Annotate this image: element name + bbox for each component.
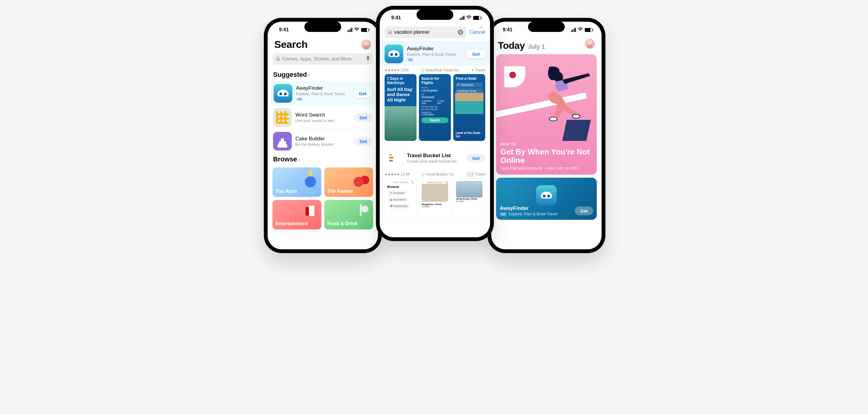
get-button[interactable]: Get <box>354 137 373 146</box>
status-time: 9:41 <box>279 27 289 33</box>
status-time: 9:41 <box>503 27 513 33</box>
date-label: July 1 <box>528 43 545 50</box>
today-ad-banner[interactable]: AwayFinder AdExplore, Plan & Book Travel… <box>496 178 597 220</box>
search-icon <box>276 57 280 61</box>
cellular-icon <box>460 16 465 20</box>
notch <box>304 22 341 32</box>
status-time: 9:41 <box>391 15 401 21</box>
screenshot-2[interactable]: Search for Flights FROM Los Angeles TO D… <box>419 74 451 141</box>
get-button[interactable]: Get <box>575 207 593 215</box>
search-icon <box>388 30 393 35</box>
get-button[interactable]: Get <box>353 89 372 98</box>
suggested-app-wordsearch[interactable]: Word Search Use your words to win. Get <box>268 106 378 129</box>
app-icon-awayfinder <box>274 84 292 103</box>
chevron-right-icon: › <box>298 156 300 163</box>
result-travelbucket[interactable]: Travel Bucket List Create your travel bu… <box>380 144 490 170</box>
chevron-right-icon: › <box>308 71 310 78</box>
search-input[interactable]: vacation planner ✕ <box>384 27 466 38</box>
today-hero-card[interactable]: HOW TO Get By When You're Not Online App… <box>496 54 597 175</box>
account-avatar[interactable] <box>361 39 371 50</box>
wifi-icon <box>466 15 471 21</box>
mic-icon[interactable] <box>366 56 370 62</box>
wifi-icon <box>354 27 359 33</box>
ad-badge: Ad <box>407 58 414 62</box>
app-icon-travelbucket <box>384 149 403 167</box>
get-button[interactable]: Get <box>467 50 485 59</box>
screenshot-3[interactable]: Find a Hotel 🔍 Seminyak Kamboja House La… <box>453 74 485 141</box>
suggested-app-cakebuilder[interactable]: Cake Builder Be the Bakery Master! Get <box>268 130 378 153</box>
screenshot2-3[interactable]: + Hong Kong, China Activities <box>453 178 485 217</box>
wifi-icon <box>578 27 583 33</box>
suggested-app-awayfinder[interactable]: AwayFinder Explore, Plan & Book Travel A… <box>271 81 375 106</box>
svg-point-1 <box>550 117 557 121</box>
app-icon-cakebuilder <box>273 132 292 150</box>
screenshot2-1[interactable]: ←Travel Bucket🔍 Browse ☀ Sunshine ⛰ Moun… <box>384 178 416 217</box>
cellular-icon <box>347 28 352 32</box>
get-button[interactable]: Get <box>467 154 485 163</box>
get-button[interactable]: Get <box>354 113 373 122</box>
browse-heading[interactable]: Browse › <box>268 153 378 166</box>
account-avatar[interactable] <box>585 39 595 49</box>
page-title: Search <box>274 39 307 50</box>
ad-badge: Ad <box>296 97 303 101</box>
battery-icon <box>585 28 592 32</box>
star-rating: ★★★★★ <box>384 68 400 72</box>
browse-tile-top-apps[interactable]: Top Apps <box>273 167 321 197</box>
search-query: vacation planner <box>394 30 456 35</box>
suggested-heading[interactable]: Suggested › <box>268 68 378 81</box>
phone-search: 9:41 Search Games, Apps, Stories, and Mo… <box>264 18 381 253</box>
notch <box>528 22 565 32</box>
svg-point-2 <box>572 114 580 118</box>
browse-tile-food-drink[interactable]: Food & Drink <box>324 200 373 230</box>
result-meta: ★★★★★ 125K ▢ GlobalHub Travel Inc. ✈ Tra… <box>380 66 490 74</box>
search-input[interactable]: Games, Apps, Stories, and More <box>273 53 373 65</box>
notch <box>416 10 453 20</box>
category-label: ✈ Travel <box>471 68 485 72</box>
screenshot-1[interactable]: 7 Days in Electricya Surf All Day and Da… <box>384 74 416 141</box>
browse-tile-entertainment[interactable]: Entertainment <box>273 200 321 230</box>
page-title: Today <box>498 40 525 51</box>
search-placeholder: Games, Apps, Stories, and More <box>282 56 364 62</box>
developer-label: ▢ GlobalHub Travel Inc. <box>421 68 460 72</box>
hero-subtitle: Apps that work brilliantly – even with n… <box>500 166 592 170</box>
hero-illustration <box>496 54 597 175</box>
app-icon-awayfinder <box>536 185 557 206</box>
battery-icon <box>361 28 369 32</box>
battery-icon <box>473 16 481 20</box>
phone-results: 9:41 vacation planner ✕ Cancel AwayFinde… <box>376 6 494 241</box>
result2-meta: ★★★★★ 13.8K ▢ Travel Bucket, Inc. #14 Tr… <box>380 170 490 178</box>
cellular-icon <box>571 28 576 32</box>
phone-today: 9:41 Today July 1 <box>488 18 605 253</box>
hero-eyebrow: HOW TO <box>500 142 592 146</box>
app-icon-awayfinder <box>384 44 403 63</box>
sponsored-result: AwayFinder Explore, Plan & Book Travel A… <box>380 41 490 66</box>
result-awayfinder[interactable]: AwayFinder Explore, Plan & Book Travel A… <box>384 44 485 63</box>
clear-icon[interactable]: ✕ <box>458 30 463 35</box>
ad-badge: Ad <box>500 212 507 216</box>
app-icon-wordsearch <box>273 108 292 127</box>
browse-tile-top-games[interactable]: Top Games <box>324 167 373 197</box>
screenshot2-2[interactable]: ←Travel Bucket🔍 Hangzhou, China Activiti… <box>419 178 451 217</box>
